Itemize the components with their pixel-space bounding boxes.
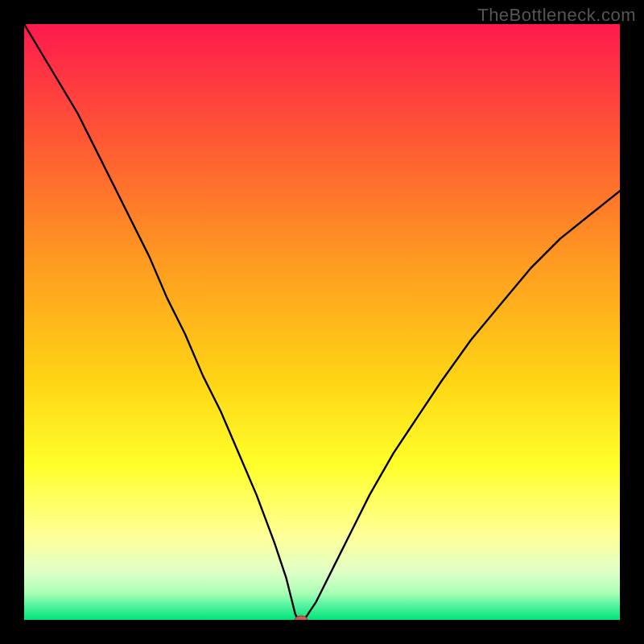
chart-frame: TheBottleneck.com: [0, 0, 644, 644]
watermark-text: TheBottleneck.com: [477, 5, 636, 26]
svg-rect-0: [24, 24, 620, 620]
plot-area: [24, 24, 620, 620]
bottleneck-chart: [24, 24, 620, 620]
